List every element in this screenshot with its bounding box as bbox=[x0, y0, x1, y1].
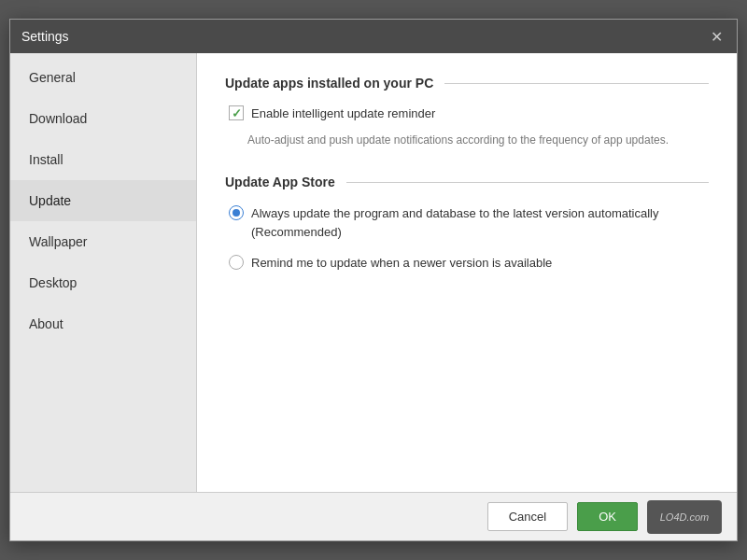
update-apps-section: Update apps installed on your PC Enable … bbox=[225, 76, 709, 148]
radio-auto-update[interactable] bbox=[229, 205, 244, 220]
content-area: Update apps installed on your PC Enable … bbox=[197, 53, 737, 492]
section1-title: Update apps installed on your PC bbox=[225, 76, 433, 91]
checkbox-label: Enable intelligent update reminder bbox=[251, 106, 435, 120]
radio-remind-update[interactable] bbox=[229, 255, 244, 270]
close-button[interactable]: ✕ bbox=[707, 27, 726, 46]
sidebar-item-install[interactable]: Install bbox=[10, 139, 196, 180]
radio-auto-label: Always update the program and database t… bbox=[251, 204, 709, 241]
radio-row-auto: Always update the program and database t… bbox=[229, 204, 709, 241]
titlebar: Settings ✕ bbox=[10, 20, 737, 53]
settings-window: Settings ✕ General Download Install Upda… bbox=[9, 19, 738, 541]
sidebar-item-wallpaper[interactable]: Wallpaper bbox=[10, 221, 196, 262]
checkbox-row: Enable intelligent update reminder bbox=[225, 105, 709, 120]
sidebar-item-about[interactable]: About bbox=[10, 303, 196, 344]
update-app-store-section: Update App Store Always update the progr… bbox=[225, 175, 709, 273]
radio-remind-label: Remind me to update when a newer version… bbox=[251, 254, 552, 273]
window-title: Settings bbox=[21, 29, 69, 44]
checkbox-description: Auto-adjust and push update notification… bbox=[247, 132, 709, 148]
sidebar-item-download[interactable]: Download bbox=[10, 98, 196, 139]
update-radio-group: Always update the program and database t… bbox=[225, 204, 709, 273]
sidebar-item-update[interactable]: Update bbox=[10, 180, 196, 221]
section2-title: Update App Store bbox=[225, 175, 335, 189]
main-content: General Download Install Update Wallpape… bbox=[10, 53, 737, 492]
sidebar-item-general[interactable]: General bbox=[10, 57, 196, 98]
section1-divider bbox=[444, 83, 709, 84]
sidebar: General Download Install Update Wallpape… bbox=[10, 53, 197, 492]
intelligent-update-checkbox-label[interactable]: Enable intelligent update reminder bbox=[229, 105, 435, 120]
radio-row-remind: Remind me to update when a newer version… bbox=[229, 254, 709, 273]
watermark: LO4D.com bbox=[647, 500, 722, 534]
intelligent-update-checkbox[interactable] bbox=[229, 105, 244, 120]
cancel-button[interactable]: Cancel bbox=[487, 502, 568, 531]
section1-header: Update apps installed on your PC bbox=[225, 76, 709, 91]
section2-divider bbox=[346, 182, 709, 183]
ok-button[interactable]: OK bbox=[577, 502, 638, 531]
footer: Cancel OK LO4D.com bbox=[10, 492, 737, 540]
section2-header: Update App Store bbox=[225, 175, 709, 189]
sidebar-item-desktop[interactable]: Desktop bbox=[10, 262, 196, 303]
